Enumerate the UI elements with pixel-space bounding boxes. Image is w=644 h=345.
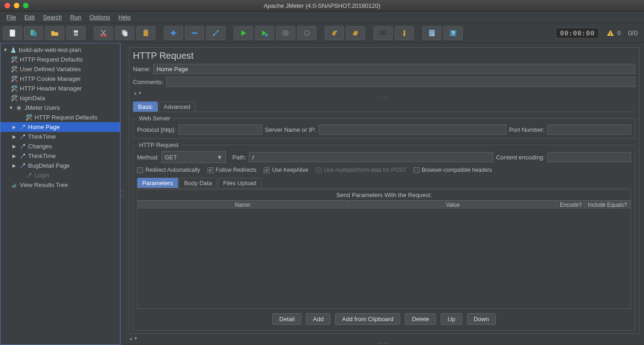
encoding-input[interactable]	[547, 152, 631, 162]
check-browser-compat[interactable]: Browser-compatible headers	[414, 167, 492, 173]
add-from-clipboard-button[interactable]: Add from Clipboard	[335, 313, 400, 325]
start-no-timers-button[interactable]	[255, 26, 274, 40]
templates-button[interactable]	[24, 26, 43, 40]
svg-rect-4	[74, 30, 78, 33]
svg-text:?: ?	[451, 30, 454, 36]
tree-root[interactable]: ▼ build-adv-web-test-plan	[0, 45, 120, 55]
svg-point-17	[383, 31, 386, 34]
maximize-window-button[interactable]	[23, 3, 29, 8]
tree-item-header-mgr[interactable]: 🛠️HTTP Header Manager	[0, 84, 120, 93]
svg-rect-5	[74, 33, 78, 35]
close-window-button[interactable]	[5, 3, 10, 8]
name-input[interactable]	[153, 64, 635, 74]
tree-item-tg-defaults[interactable]: 🛠️HTTP Request Defaults	[0, 113, 120, 122]
minimize-window-button[interactable]	[14, 3, 19, 8]
titlebar: Apache JMeter (4.0-SNAPSHOT.20180120)	[0, 0, 644, 11]
collapse-toggle-bottom[interactable]: ▲▼⋯⋯	[129, 336, 639, 345]
protocol-input[interactable]	[178, 124, 262, 135]
start-button[interactable]	[234, 26, 253, 40]
save-button[interactable]	[66, 26, 86, 40]
svg-rect-30	[12, 186, 13, 187]
svg-point-28	[23, 163, 25, 165]
tree-item-changes[interactable]: ▶Changes	[0, 141, 120, 151]
function-helper-button[interactable]	[422, 26, 442, 40]
tab-parameters[interactable]: Parameters	[137, 178, 178, 188]
copy-button[interactable]	[115, 26, 134, 40]
check-follow-redirects[interactable]: Follow Redirects	[207, 167, 257, 173]
tree-item-thinktime-1[interactable]: ▶ThinkTime	[0, 132, 120, 141]
open-button[interactable]	[45, 26, 64, 40]
help-button[interactable]: ?	[443, 26, 463, 40]
collapse-button[interactable]	[185, 26, 204, 40]
tree-item-http-defaults[interactable]: 🛠️HTTP Request Defaults	[0, 55, 120, 64]
editor-panel: HTTP Request Name: Comments: ▲▼ ⋯⋯ Basic…	[124, 43, 644, 345]
paste-button[interactable]	[136, 26, 155, 40]
method-select[interactable]: GET ▼	[161, 151, 226, 163]
parameters-table: Send Parameters With the Request: Name: …	[137, 189, 631, 309]
tree-item-cookie-mgr[interactable]: 🛠️HTTP Cookie Manager	[0, 74, 120, 84]
tree-item-logindata[interactable]: 🛠️loginData	[0, 93, 120, 103]
svg-point-13	[217, 30, 218, 32]
shutdown-button[interactable]	[297, 26, 316, 40]
col-name[interactable]: Name:	[138, 201, 349, 209]
server-label: Server Name or IP:	[265, 126, 316, 133]
down-button[interactable]: Down	[467, 313, 496, 325]
tree-threadgroup[interactable]: ▼ JMeter Users	[0, 103, 120, 113]
expand-button[interactable]	[164, 26, 183, 40]
check-keepalive[interactable]: Use KeepAlive	[264, 167, 308, 173]
cut-button[interactable]	[94, 26, 113, 40]
svg-point-24	[23, 124, 25, 126]
svg-point-29	[30, 173, 32, 175]
port-input[interactable]	[547, 124, 631, 135]
parameters-body[interactable]	[138, 209, 631, 308]
search-toolbar-button[interactable]	[374, 26, 393, 40]
detail-button[interactable]: Detail	[272, 313, 301, 325]
menu-file[interactable]: File	[3, 12, 20, 22]
svg-rect-0	[10, 29, 15, 36]
menu-help[interactable]: Help	[115, 12, 134, 22]
tree-item-user-vars[interactable]: 🛠️User Defined Variables	[0, 64, 120, 74]
vertical-splitter[interactable]: ⋮⋮	[121, 43, 124, 345]
path-label: Path:	[232, 154, 246, 161]
tab-files-upload[interactable]: Files Upload	[218, 178, 261, 188]
menu-run[interactable]: Run	[67, 12, 85, 22]
add-button[interactable]: Add	[306, 313, 330, 325]
collapse-toggle-top[interactable]: ▲▼	[133, 90, 635, 96]
svg-rect-11	[145, 29, 147, 30]
test-plan-tree[interactable]: ▼ build-adv-web-test-plan 🛠️HTTP Request…	[0, 43, 121, 345]
tree-item-home-page[interactable]: ▶Home Page	[0, 122, 120, 132]
menu-search[interactable]: Search	[39, 12, 65, 22]
window-title: Apache JMeter (4.0-SNAPSHOT.20180120)	[264, 2, 380, 9]
menu-edit[interactable]: Edit	[21, 12, 38, 22]
tree-item-results-tree[interactable]: View Results Tree	[0, 180, 120, 190]
tab-body-data[interactable]: Body Data	[179, 178, 217, 188]
warnings-badge[interactable]: ! 0	[606, 29, 621, 37]
tab-basic[interactable]: Basic	[133, 102, 158, 112]
tab-advanced[interactable]: Advanced	[159, 102, 196, 112]
col-encode[interactable]: Encode?	[557, 201, 585, 209]
col-include-equals[interactable]: Include Equals?	[585, 201, 631, 209]
delete-button[interactable]: Delete	[405, 313, 436, 325]
svg-point-26	[23, 144, 25, 146]
tree-item-thinktime-2[interactable]: ▶ThinkTime	[0, 151, 120, 161]
stop-button[interactable]	[276, 26, 295, 40]
reset-search-button[interactable]	[395, 26, 414, 40]
server-input[interactable]	[319, 124, 506, 135]
path-input[interactable]	[249, 152, 493, 162]
tree-item-login[interactable]: Login	[0, 170, 120, 180]
up-button[interactable]: Up	[441, 313, 462, 325]
clear-all-button[interactable]	[346, 26, 365, 40]
panel-heading: HTTP Request	[133, 51, 635, 61]
wrench-icon: 🛠️	[11, 85, 18, 92]
sampler-icon	[19, 124, 26, 131]
clear-button[interactable]	[325, 26, 344, 40]
toggle-button[interactable]	[206, 26, 225, 40]
new-button[interactable]	[3, 26, 22, 40]
drag-grip[interactable]: ⋯⋯	[133, 96, 635, 100]
svg-point-27	[23, 153, 25, 155]
check-redirect-auto[interactable]: Redirect Automatically	[137, 167, 200, 173]
col-value[interactable]: Value	[349, 201, 557, 209]
menu-options[interactable]: Options	[86, 12, 114, 22]
tree-item-bugdetail[interactable]: ▶BugDetail Page	[0, 161, 120, 170]
comments-input[interactable]	[166, 77, 635, 87]
